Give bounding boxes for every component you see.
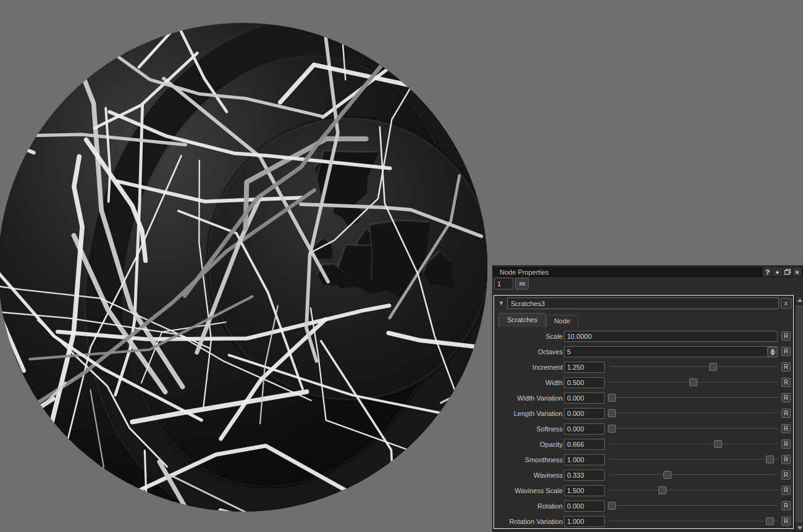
reset-button[interactable]: R (781, 378, 791, 387)
param-row: Width VariationR (494, 391, 793, 406)
param-slider[interactable] (608, 362, 779, 373)
slider-handle[interactable] (709, 363, 717, 371)
param-label: Scale (494, 333, 563, 340)
reset-button[interactable]: R (781, 331, 791, 341)
node-close-icon[interactable]: x (781, 298, 791, 309)
slider-handle[interactable] (658, 486, 666, 494)
scroll-down-button[interactable] (795, 523, 803, 532)
param-label: Width Variation (494, 394, 563, 402)
slider-handle[interactable] (663, 471, 671, 479)
slider-handle[interactable] (689, 378, 697, 386)
chevron-down-icon[interactable]: ▼ (498, 300, 504, 306)
param-row: WavinessR (494, 468, 793, 483)
panel-toolbar: ≡x (493, 277, 803, 295)
slider-handle[interactable] (608, 502, 616, 510)
param-value-field[interactable] (564, 393, 605, 404)
param-row: RotationR (494, 499, 793, 514)
slider-track[interactable] (609, 490, 778, 491)
param-slider[interactable] (608, 377, 779, 388)
slider-handle[interactable] (608, 425, 616, 433)
reset-button[interactable]: R (781, 486, 791, 495)
param-label: Length Variation (494, 410, 563, 417)
node-name-input[interactable] (507, 297, 779, 309)
reset-button[interactable]: R (781, 470, 791, 480)
param-label: Increment (494, 364, 563, 371)
param-slider[interactable] (608, 516, 779, 527)
reset-button[interactable]: R (781, 501, 791, 510)
scrollbar-thumb[interactable] (795, 304, 803, 523)
reset-button[interactable]: R (781, 347, 791, 356)
param-value-field[interactable] (564, 331, 778, 342)
param-value-field[interactable] (564, 501, 605, 512)
param-row: Waviness ScaleR (494, 483, 793, 499)
tab-node[interactable]: Node (546, 315, 578, 327)
node-index-input[interactable] (494, 278, 513, 289)
param-slider[interactable] (608, 454, 779, 465)
param-slider[interactable] (608, 485, 779, 496)
slider-handle[interactable] (766, 455, 774, 463)
param-value-field[interactable] (564, 470, 605, 481)
param-label: Smoothness (494, 456, 563, 463)
tab-scratches[interactable]: Scratches (498, 313, 546, 327)
param-label: Waviness (494, 472, 563, 479)
param-row: WidthR (494, 375, 793, 391)
scroll-up-button[interactable] (795, 296, 803, 304)
param-slider[interactable] (608, 470, 779, 481)
param-row: OctavesR (494, 344, 793, 360)
application-window: Node Properties ? ▲ × ≡x ▼ x Scratches N… (0, 0, 803, 532)
reset-button[interactable]: R (781, 409, 791, 418)
reset-button[interactable]: R (781, 517, 791, 526)
reset-button[interactable]: R (781, 455, 791, 464)
param-slider[interactable] (608, 393, 779, 404)
param-row: SoftnessR (494, 422, 793, 437)
slider-track[interactable] (609, 428, 778, 430)
param-value-field[interactable] (564, 423, 605, 434)
slider-track[interactable] (609, 444, 778, 445)
window-controls: ? ▲ × (763, 267, 802, 276)
reset-button[interactable]: R (781, 393, 791, 402)
param-row: Rotation VariationR (494, 514, 793, 529)
slider-track[interactable] (609, 475, 778, 476)
reset-button[interactable]: R (781, 362, 791, 372)
tab-bar: Scratches Node (498, 312, 578, 327)
slider-track[interactable] (609, 413, 778, 414)
collapse-icon[interactable]: ▲ (773, 267, 782, 276)
help-icon[interactable]: ? (763, 267, 772, 276)
slider-track[interactable] (609, 521, 778, 522)
reset-button[interactable]: R (781, 439, 791, 449)
slider-track[interactable] (609, 397, 778, 399)
param-value-field[interactable] (564, 362, 605, 373)
expression-icon[interactable]: ≡x (515, 278, 529, 289)
close-icon[interactable]: × (792, 267, 802, 276)
slider-handle[interactable] (608, 394, 616, 402)
node-header: ▼ x (494, 297, 793, 310)
param-label: Octaves (494, 348, 563, 355)
slider-track[interactable] (609, 505, 778, 507)
param-value-field[interactable] (564, 346, 778, 357)
slider-handle[interactable] (766, 517, 774, 525)
slider-handle[interactable] (608, 409, 616, 417)
param-row: OpacityR (494, 437, 793, 452)
param-value-field[interactable] (564, 516, 605, 527)
param-label: Rotation Variation (494, 518, 563, 525)
param-value-field[interactable] (564, 408, 605, 419)
param-label: Opacity (494, 441, 563, 448)
reset-button[interactable]: R (781, 424, 791, 433)
param-slider[interactable] (608, 408, 779, 419)
param-label: Softness (494, 425, 563, 433)
vertical-scrollbar[interactable] (794, 296, 803, 532)
param-value-field[interactable] (564, 454, 605, 465)
slider-track[interactable] (609, 367, 778, 368)
spinner-control[interactable] (767, 347, 778, 357)
param-value-field[interactable] (564, 439, 605, 450)
param-label: Width (494, 379, 563, 386)
param-slider[interactable] (608, 501, 779, 512)
param-value-field[interactable] (564, 377, 605, 388)
slider-handle[interactable] (714, 440, 722, 448)
param-value-field[interactable] (564, 485, 605, 496)
param-slider[interactable] (608, 439, 779, 450)
restore-icon[interactable] (783, 267, 792, 276)
param-slider[interactable] (608, 423, 779, 434)
panel-titlebar[interactable]: Node Properties ? ▲ × (493, 266, 803, 277)
slider-track[interactable] (609, 459, 778, 460)
